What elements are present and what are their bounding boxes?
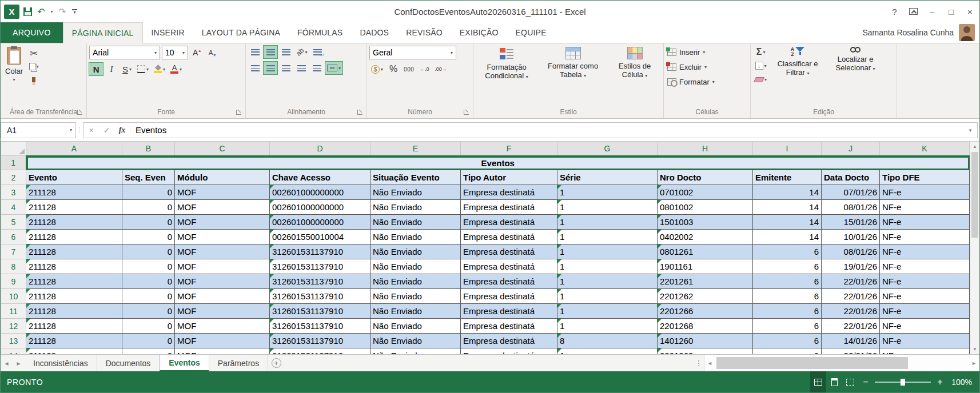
underline-button[interactable]: S▾ bbox=[120, 63, 134, 75]
sheet-nav-left-button[interactable]: ◂ bbox=[1, 355, 13, 371]
cell[interactable]: MOF bbox=[175, 304, 270, 319]
cell[interactable]: 0 bbox=[122, 215, 175, 230]
cell[interactable]: 002601000000000 bbox=[270, 215, 371, 230]
cell[interactable]: 002601000000000 bbox=[270, 200, 371, 215]
header-cell[interactable]: Seq. Even bbox=[122, 170, 175, 185]
horizontal-scroll-thumb[interactable] bbox=[716, 357, 908, 369]
vertical-scrollbar[interactable]: ▲ ▼ bbox=[970, 142, 979, 354]
header-cell[interactable]: Data Docto bbox=[822, 170, 880, 185]
increase-decimal-button[interactable]: ←.0 bbox=[417, 63, 431, 75]
cell[interactable]: Não Enviado bbox=[371, 304, 461, 319]
cell[interactable]: 22/01/26 bbox=[822, 319, 880, 334]
user-avatar[interactable] bbox=[959, 24, 975, 41]
cell[interactable]: 14/01/26 bbox=[822, 334, 880, 348]
cell[interactable]: Empresa destinatá bbox=[461, 304, 557, 319]
align-left-button[interactable] bbox=[248, 62, 262, 74]
cell[interactable]: 2201261 bbox=[658, 274, 753, 289]
row-header-8[interactable]: 8 bbox=[1, 259, 26, 274]
column-header-E[interactable]: E bbox=[371, 142, 461, 156]
align-middle-button[interactable] bbox=[264, 46, 277, 58]
cell[interactable]: 211128 bbox=[26, 215, 122, 230]
cancel-entry-button[interactable]: × bbox=[83, 123, 99, 138]
cell[interactable]: 6 bbox=[753, 289, 822, 304]
cell[interactable]: Empresa destinatá bbox=[461, 185, 557, 200]
cell[interactable]: 211128 bbox=[26, 274, 122, 289]
cell[interactable]: 6 bbox=[753, 244, 822, 259]
clear-button[interactable]: ▾ bbox=[753, 73, 768, 86]
cell[interactable]: NF-e bbox=[880, 259, 970, 274]
align-center-button[interactable] bbox=[264, 62, 277, 74]
zoom-slider[interactable] bbox=[875, 382, 931, 383]
cell[interactable]: 07/01/26 bbox=[822, 185, 880, 200]
cell[interactable]: 0 bbox=[122, 200, 175, 215]
autosum-button[interactable]: Σ▾ bbox=[753, 46, 768, 58]
cell[interactable]: NF-e bbox=[880, 200, 970, 215]
decrease-font-button[interactable]: A▾ bbox=[205, 46, 219, 59]
alignment-dialog-launcher[interactable] bbox=[357, 109, 363, 115]
row-header-11[interactable]: 11 bbox=[1, 304, 26, 319]
cell[interactable]: 10/01/26 bbox=[822, 230, 880, 244]
paste-button[interactable]: Colar ▾ bbox=[3, 45, 25, 106]
cell[interactable]: Não Enviado bbox=[371, 185, 461, 200]
cell[interactable]: 1 bbox=[557, 200, 658, 215]
cell[interactable]: 312601531137910 bbox=[270, 274, 371, 289]
vertical-scroll-track[interactable] bbox=[970, 151, 979, 344]
cell[interactable]: 6 bbox=[753, 319, 822, 334]
insert-cells-caret[interactable]: ▾ bbox=[703, 50, 705, 55]
cell[interactable]: Não Enviado bbox=[371, 348, 461, 355]
cell[interactable]: Não Enviado bbox=[371, 334, 461, 348]
enter-entry-button[interactable]: ✓ bbox=[99, 123, 114, 138]
cell[interactable]: 0 bbox=[122, 185, 175, 200]
tab-exibicao[interactable]: EXIBIÇÃO bbox=[451, 22, 507, 43]
cell[interactable]: 0 bbox=[122, 334, 175, 348]
horizontal-scroll-track[interactable] bbox=[715, 355, 969, 371]
sheet-tab-documentos[interactable]: Documentos bbox=[97, 355, 160, 371]
cell[interactable]: 002601550010004 bbox=[270, 230, 371, 244]
cell[interactable]: 22/01/26 bbox=[822, 304, 880, 319]
align-right-button[interactable] bbox=[279, 62, 293, 74]
save-button[interactable] bbox=[22, 5, 33, 19]
cell[interactable]: 312601531137910 bbox=[270, 244, 371, 259]
tab-arquivo[interactable]: ARQUIVO bbox=[1, 22, 63, 43]
row-header-6[interactable]: 6 bbox=[1, 230, 26, 244]
row-header-12[interactable]: 12 bbox=[1, 319, 26, 334]
cell[interactable]: 002601000000000 bbox=[270, 185, 371, 200]
bold-button[interactable]: N bbox=[89, 63, 103, 75]
close-button[interactable]: × bbox=[961, 1, 979, 22]
cell[interactable]: 19/01/26 bbox=[822, 259, 880, 274]
row-header-5[interactable]: 5 bbox=[1, 215, 26, 230]
header-cell[interactable]: Emitente bbox=[753, 170, 822, 185]
cell[interactable]: MOF bbox=[175, 230, 270, 244]
cell[interactable]: Não Enviado bbox=[371, 230, 461, 244]
accounting-format-caret[interactable]: ▾ bbox=[381, 67, 383, 72]
cell[interactable]: 14 bbox=[753, 230, 822, 244]
cell[interactable]: 211128 bbox=[26, 200, 122, 215]
cell[interactable]: 211128 bbox=[26, 319, 122, 334]
row-header-3[interactable]: 3 bbox=[1, 185, 26, 200]
scroll-up-button[interactable]: ▲ bbox=[970, 142, 979, 151]
row-header-1[interactable]: 1 bbox=[1, 156, 26, 170]
delete-cells-button[interactable]: Excluir▾ bbox=[666, 61, 708, 74]
header-cell[interactable]: Módulo bbox=[175, 170, 270, 185]
cell[interactable]: 6 bbox=[753, 334, 822, 348]
cell[interactable]: 1 bbox=[557, 348, 658, 355]
cell[interactable]: 211128 bbox=[26, 334, 122, 348]
decrease-decimal-button[interactable]: .00→ bbox=[433, 63, 449, 75]
column-header-A[interactable]: A bbox=[26, 142, 122, 156]
format-as-table-button[interactable]: Formatar como Tabela ▾ bbox=[539, 45, 607, 106]
cell[interactable]: Empresa destinatá bbox=[461, 274, 557, 289]
tab-revisao[interactable]: REVISÃO bbox=[397, 22, 451, 43]
cell[interactable]: 312601531137910 bbox=[270, 259, 371, 274]
cell[interactable]: 1 bbox=[557, 259, 658, 274]
autosum-caret[interactable]: ▾ bbox=[763, 50, 765, 55]
cell[interactable]: 0 bbox=[122, 304, 175, 319]
header-cell[interactable]: Chave Acesso bbox=[270, 170, 371, 185]
cell[interactable]: Não Enviado bbox=[371, 319, 461, 334]
cell[interactable]: 14 bbox=[753, 200, 822, 215]
cell[interactable]: 1 bbox=[557, 319, 658, 334]
cell[interactable]: 211128 bbox=[26, 230, 122, 244]
copy-button[interactable]: ▾ bbox=[27, 60, 41, 73]
tab-pagina-inicial[interactable]: PÁGINA INICIAL bbox=[63, 22, 143, 43]
font-color-button[interactable]: A▾ bbox=[169, 63, 184, 75]
cell[interactable]: 1 bbox=[557, 244, 658, 259]
